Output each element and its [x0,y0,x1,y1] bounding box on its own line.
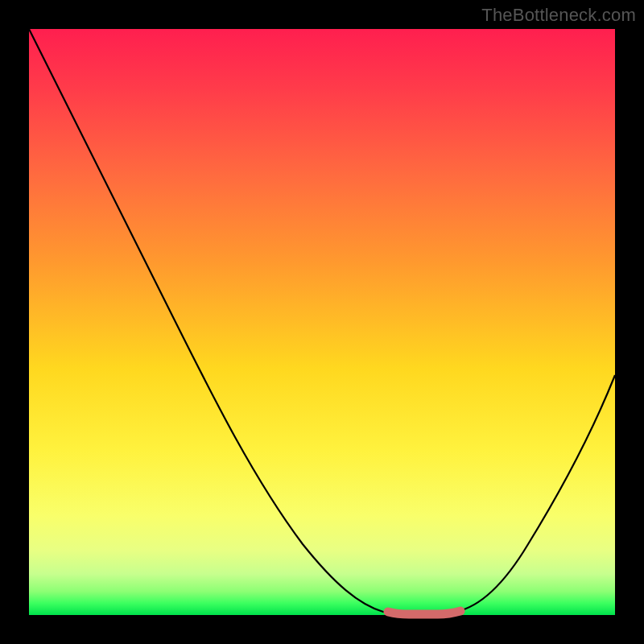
watermark-text: TheBottleneck.com [481,5,636,26]
chart-frame: TheBottleneck.com [0,0,644,644]
bottleneck-curve [29,29,615,615]
highlight-minimum [388,611,460,614]
curve-path [29,29,615,613]
plot-area [29,29,615,615]
